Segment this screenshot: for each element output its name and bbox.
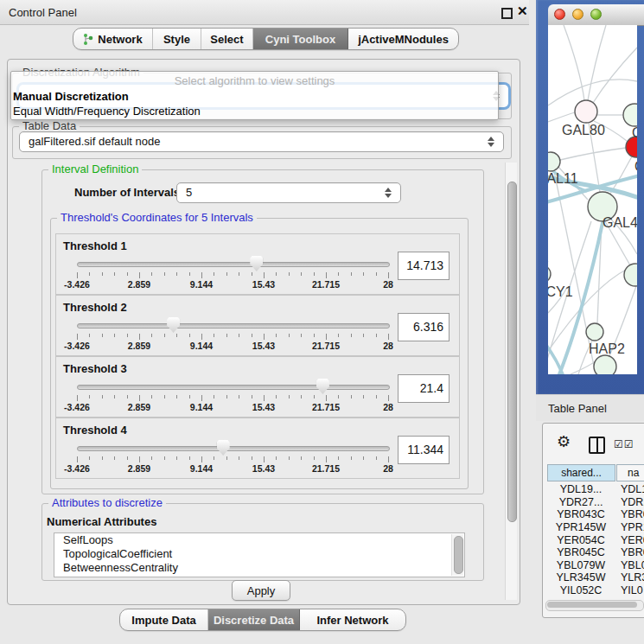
slider-thumb[interactable] — [217, 440, 230, 456]
columns-icon[interactable] — [589, 437, 605, 454]
close-traffic-light[interactable] — [554, 9, 565, 20]
table-row[interactable]: YBL079WYBL0 — [546, 559, 644, 572]
table-row[interactable]: YLR345WYLR3 — [546, 571, 644, 584]
cell-shared-name[interactable]: YDR27... — [546, 496, 615, 508]
popup-placeholder-item[interactable]: Select algorithm to view settings — [11, 73, 498, 89]
list-scrollbar[interactable] — [451, 534, 463, 576]
tab-style[interactable]: Style — [153, 29, 201, 49]
slider-track[interactable] — [77, 262, 390, 267]
cell-shared-name[interactable]: YLR345W — [546, 571, 615, 583]
threshold-slider[interactable]: -3.4262.8599.14415.4321.71528 — [77, 296, 390, 355]
cell-name[interactable]: YIL0 — [615, 584, 643, 596]
threshold-value-field[interactable]: 14.713 — [398, 252, 450, 280]
tab-discretize-data[interactable]: Discretize Data — [208, 609, 300, 630]
table-row[interactable]: YER054CYER0 — [546, 533, 644, 546]
network-icon — [83, 33, 93, 46]
apply-button[interactable]: Apply — [232, 580, 290, 601]
cell-name[interactable]: YDR2 — [615, 496, 644, 508]
list-scrollbar-thumb[interactable] — [454, 536, 463, 574]
attribute-item[interactable]: BetweennessCentrality — [54, 561, 464, 575]
numerical-attributes-list[interactable]: SelfLoopsTopologicalCoefficientBetweenne… — [54, 532, 465, 577]
numerical-attributes-label: Numerical Attributes — [47, 515, 156, 528]
table-row[interactable]: YPR145WYPR1 — [546, 521, 644, 534]
table-row[interactable]: YBR045CYBR0 — [546, 546, 644, 559]
node-label: G. — [632, 125, 637, 140]
network-canvas[interactable]: GAL80 G. GAL11 C GAL4 GCY1 H HAP2 — [548, 25, 637, 374]
network-window-titlebar[interactable] — [548, 4, 644, 26]
cell-shared-name[interactable]: YIL052C — [546, 584, 615, 596]
cell-shared-name[interactable]: YDL19... — [546, 483, 615, 495]
tab-infer-network[interactable]: Infer Network — [300, 609, 405, 630]
cell-name[interactable]: YDL1 — [615, 483, 644, 495]
slider-track[interactable] — [77, 323, 390, 328]
cell-name[interactable]: YLR3 — [615, 571, 644, 583]
network-node[interactable] — [623, 104, 637, 126]
attribute-item[interactable]: SelfLoops — [54, 533, 464, 547]
column-header-name[interactable]: na — [616, 464, 644, 481]
table-horizontal-scrollbar-thumb[interactable] — [547, 602, 637, 608]
network-node[interactable] — [594, 355, 616, 374]
cell-shared-name[interactable]: YBL079W — [546, 559, 615, 571]
node-label: C — [634, 159, 637, 174]
node-label: GAL4 — [603, 215, 637, 230]
threshold-value-field[interactable]: 21.4 — [398, 374, 450, 403]
table-horizontal-scrollbar[interactable] — [545, 600, 644, 611]
node-label: HAP2 — [589, 341, 625, 356]
tab-network[interactable]: Network — [73, 29, 153, 49]
tab-select[interactable]: Select — [201, 29, 253, 49]
algorithm-dropdown-popup: Select algorithm to view settings Manual… — [10, 71, 499, 120]
cell-shared-name[interactable]: YER054C — [546, 534, 615, 546]
threshold-slider[interactable]: -3.4262.8599.14415.4321.71528 — [77, 234, 390, 294]
cell-shared-name[interactable]: YBR043C — [546, 508, 615, 520]
slider-track[interactable] — [77, 446, 390, 451]
panel-scrollbar-thumb[interactable] — [507, 182, 517, 522]
tab-label: Infer Network — [316, 614, 388, 627]
cell-name[interactable]: YBR0 — [615, 508, 644, 520]
table-row[interactable]: YIL052CYIL0 — [546, 584, 644, 597]
float-window-icon[interactable] — [501, 8, 513, 19]
slider-thumb[interactable] — [250, 256, 263, 271]
slider-thumb[interactable] — [167, 317, 180, 333]
zoom-traffic-light[interactable] — [590, 9, 602, 20]
control-panel-titlebar — [0, 0, 529, 25]
threshold-slider[interactable]: -3.4262.8599.14415.4321.71528 — [77, 357, 390, 417]
table-row[interactable]: YBR043CYBR0 — [546, 508, 644, 521]
threshold-value-field[interactable]: 11.344 — [398, 436, 450, 464]
tab-impute-data[interactable]: Impute Data — [120, 609, 208, 630]
cell-name[interactable]: YPR1 — [615, 521, 644, 533]
cell-name[interactable]: YBL0 — [615, 559, 644, 571]
close-icon[interactable]: ✕ — [517, 4, 528, 18]
network-node[interactable] — [624, 264, 637, 286]
cell-name[interactable]: YBR0 — [615, 546, 644, 558]
threshold-row: Threshold 3 -3.4262.8599.14415.4321.7152… — [55, 356, 460, 418]
table-row[interactable]: YDR27...YDR2 — [546, 496, 644, 509]
slider-track[interactable] — [77, 385, 390, 390]
node-label: GAL11 — [548, 171, 578, 186]
tab-cyni-toolbox[interactable]: Cyni Toolbox — [253, 29, 348, 49]
network-node[interactable] — [575, 100, 597, 123]
num-intervals-combobox[interactable]: 5 — [176, 182, 401, 203]
cell-shared-name[interactable]: YPR145W — [546, 521, 615, 533]
network-node[interactable] — [548, 152, 560, 171]
threshold-slider[interactable]: -3.4262.8599.14415.4321.71528 — [77, 418, 390, 478]
table-row[interactable]: YDL19...YDL1 — [546, 483, 644, 496]
slider-thumb[interactable] — [316, 379, 329, 394]
select-columns-icon[interactable]: ☑☑ — [614, 438, 634, 450]
gear-icon[interactable]: ⚙ — [557, 434, 571, 450]
threshold-row: Threshold 4 -3.4262.8599.14415.4321.7152… — [55, 418, 460, 479]
table-panel-header: Table Panel — [536, 394, 644, 421]
tab-jactivemnodules[interactable]: jActiveMNodules — [348, 29, 458, 49]
threshold-value-field[interactable]: 6.316 — [398, 313, 450, 341]
network-node[interactable] — [586, 323, 603, 341]
cell-shared-name[interactable]: YBR045C — [546, 546, 615, 558]
panel-scrollbar[interactable] — [505, 163, 517, 600]
attribute-item[interactable]: TopologicalCoefficient — [54, 547, 464, 561]
cell-name[interactable]: YER0 — [615, 534, 644, 546]
popup-option-manual-discretization[interactable]: Manual Discretization — [11, 89, 498, 104]
popup-option-equal-width[interactable]: Equal Width/Frequency Discretization — [11, 104, 498, 118]
column-header-shared-name[interactable]: shared... — [547, 464, 615, 481]
control-panel-tabs: Network Style Select Cyni Toolbox jActiv… — [73, 28, 459, 50]
network-node[interactable] — [548, 265, 551, 283]
minimize-traffic-light[interactable] — [572, 9, 583, 20]
table-data-combobox[interactable]: galFiltered.sif default node — [19, 131, 504, 152]
